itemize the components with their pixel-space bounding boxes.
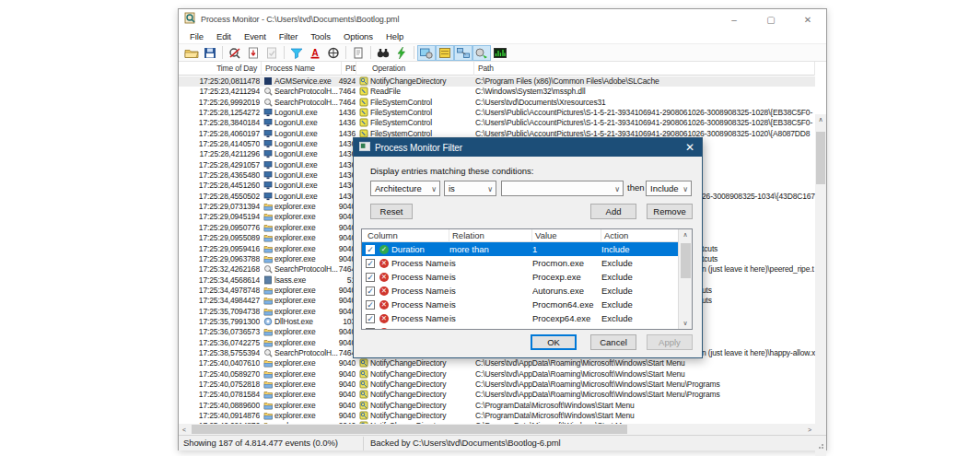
action-combobox[interactable]: Include∨ <box>646 181 692 196</box>
dir-operation-icon <box>359 401 368 410</box>
table-row[interactable]: 17:25:40,0752818explorer.exe9040NotifyCh… <box>179 380 815 390</box>
rule-checkbox[interactable]: ✓ <box>366 286 375 296</box>
clear-display-icon[interactable] <box>262 45 281 61</box>
menu-file[interactable]: File <box>183 31 210 41</box>
filter-rule-row[interactable]: ✓✕Process NameisSystemExclude <box>362 325 692 330</box>
scroll-up-icon[interactable]: ∧ <box>815 114 826 125</box>
table-row[interactable]: 17:25:40,0589270explorer.exe9040NotifyCh… <box>179 369 815 380</box>
cell-time-of-day: 17:25:28,1254272 <box>179 108 260 118</box>
rule-checkbox[interactable]: ✓ <box>366 314 375 323</box>
exclude-icon: ✕ <box>379 300 389 310</box>
menu-filter[interactable]: Filter <box>273 31 305 41</box>
menu-options[interactable]: Options <box>337 31 379 41</box>
column-header-pid[interactable]: PID <box>342 62 356 76</box>
filter-rule-row[interactable]: ✓✕Process NameisProcexp.exeExclude <box>362 270 692 284</box>
show-process-activity-icon[interactable] <box>472 45 491 61</box>
logon-process-icon <box>263 149 273 158</box>
dialog-title-bar[interactable]: Process Monitor Filter ✕ <box>354 138 702 157</box>
add-button[interactable]: Add <box>590 204 636 219</box>
find-icon[interactable] <box>374 45 392 61</box>
column-header-process-name[interactable]: Process Name <box>262 62 342 76</box>
table-row[interactable]: 17:25:40,0407610explorer.exe9040NotifyCh… <box>179 358 815 368</box>
filter-column-header-action[interactable]: Action <box>601 229 680 242</box>
dialog-close-icon[interactable]: ✕ <box>685 138 694 157</box>
filter-rule-row[interactable]: ✓✕Process NameisProcexp64.exeExclude <box>362 311 692 325</box>
scroll-down-icon[interactable]: ∨ <box>680 318 691 329</box>
table-row[interactable]: 17:25:20,0811478AGMService.exe4924Notify… <box>179 76 815 87</box>
open-file-icon[interactable] <box>182 45 201 61</box>
relation-combobox[interactable]: is∨ <box>444 181 496 196</box>
show-file-system-activity-icon[interactable] <box>436 45 454 61</box>
horizontal-scroll-thumb[interactable] <box>192 425 627 434</box>
table-row[interactable]: 17:25:26,9992019SearchProtocolH...7464Fi… <box>179 98 815 108</box>
show-profiling-events-icon[interactable] <box>491 45 509 61</box>
rule-action: Exclude <box>601 270 684 284</box>
apply-button[interactable]: Apply <box>647 334 693 350</box>
show-registry-activity-icon[interactable] <box>417 45 436 61</box>
save-icon[interactable] <box>201 45 219 61</box>
filter-scroll-thumb[interactable] <box>681 243 691 278</box>
rule-checkbox[interactable]: ✓ <box>366 300 375 310</box>
cell-time-of-day: 17:25:36,0736573 <box>179 327 260 337</box>
title-bar[interactable]: Process Monitor - C:\Users\tvd\Documents… <box>179 9 826 29</box>
scroll-right-icon[interactable]: > <box>804 424 815 435</box>
jump-to-icon[interactable] <box>392 45 411 61</box>
column-combobox[interactable]: Architecture∨ <box>370 181 440 196</box>
cell-operation: NotifyChangeDirectory <box>359 411 475 421</box>
column-header-operation[interactable]: Operation <box>356 62 474 76</box>
table-row[interactable]: 17:25:40,0914876explorer.exe9040NotifyCh… <box>179 411 815 421</box>
filter-rule-row[interactable]: ✓✕Process NameisProcmon.exeExclude <box>362 256 692 270</box>
cell-time-of-day: 17:25:40,0914876 <box>179 411 260 421</box>
cell-time-of-day: 17:25:40,0752818 <box>179 380 260 390</box>
filter-rule-row[interactable]: ✓✕Process NameisProcmon64.exeExclude <box>362 298 692 311</box>
table-row[interactable]: 17:25:40,0781584explorer.exe9040NotifyCh… <box>179 390 815 400</box>
rule-checkbox[interactable]: ✓ <box>366 273 375 282</box>
minimize-button[interactable]: – <box>716 9 752 29</box>
menu-tools[interactable]: Tools <box>304 31 337 41</box>
event-properties-icon[interactable] <box>349 45 368 61</box>
menu-event[interactable]: Event <box>238 31 273 41</box>
cancel-button[interactable]: Cancel <box>590 334 636 350</box>
filter-column-header-relation[interactable]: Relation <box>449 229 532 242</box>
value-combobox[interactable]: ∨ <box>501 181 624 196</box>
table-row[interactable]: 17:25:40,0889600explorer.exe9040NotifyCh… <box>179 401 815 411</box>
close-button[interactable]: ✕ <box>789 9 826 29</box>
menu-edit[interactable]: Edit <box>210 31 238 41</box>
reset-button[interactable]: Reset <box>370 204 413 219</box>
cell-pid: 1436 <box>324 139 356 149</box>
scroll-left-icon[interactable]: < <box>179 424 190 435</box>
logon-process-icon <box>263 181 273 190</box>
horizontal-scrollbar[interactable]: < > <box>179 424 815 435</box>
menu-help[interactable]: Help <box>379 31 410 41</box>
capture-events-icon[interactable] <box>226 45 244 61</box>
vertical-scroll-thumb[interactable] <box>816 132 825 184</box>
filter-icon[interactable] <box>287 45 306 61</box>
rule-checkbox[interactable]: ✓ <box>366 259 375 268</box>
filter-column-header-column[interactable]: Column <box>362 229 449 242</box>
rule-checkbox[interactable]: ✓ <box>366 328 375 331</box>
include-process-target-icon[interactable] <box>324 45 343 61</box>
scroll-up-icon[interactable]: ∧ <box>680 229 691 240</box>
table-row[interactable]: 17:25:28,1254272LogonUI.exe1436FileSyste… <box>179 108 815 118</box>
ok-button[interactable]: OK <box>531 334 577 350</box>
column-header-path[interactable]: Path <box>474 62 815 76</box>
highlight-icon[interactable]: A <box>306 45 324 61</box>
filter-rule-row[interactable]: ✓✓Durationmore than1Include <box>362 242 692 256</box>
show-network-activity-icon[interactable] <box>454 45 472 61</box>
chevron-down-icon: ∨ <box>682 182 688 196</box>
then-label: then <box>627 182 645 193</box>
table-row[interactable]: 17:25:28,3840184LogonUI.exe1436FileSyste… <box>179 118 815 128</box>
autoscroll-icon[interactable] <box>244 45 262 61</box>
rule-checkbox[interactable]: ✓ <box>366 245 375 254</box>
logon-process-icon <box>263 118 273 127</box>
maximize-button[interactable]: ▢ <box>752 9 789 29</box>
table-row[interactable]: 17:25:23,4211294SearchProtocolH...7464Re… <box>179 87 815 97</box>
filter-column-header-value[interactable]: Value <box>532 229 601 242</box>
column-header-time-of-day[interactable]: Time of Day <box>179 62 262 76</box>
filter-rule-row[interactable]: ✓✕Process NameisAutoruns.exeExclude <box>362 284 692 298</box>
resize-grip-icon[interactable] <box>819 443 824 449</box>
remove-button[interactable]: Remove <box>647 204 693 219</box>
rule-action: Exclude <box>601 284 684 298</box>
filter-list-scrollbar[interactable]: ∧ ∨ <box>678 229 692 329</box>
vertical-scrollbar[interactable]: ∧ ∨ <box>815 114 826 456</box>
